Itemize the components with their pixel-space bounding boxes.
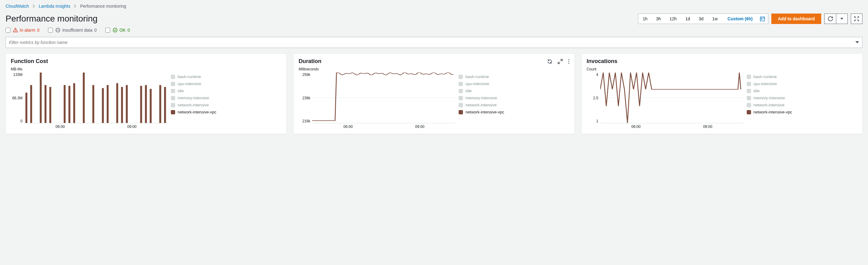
svg-rect-20	[116, 83, 118, 123]
breadcrumb: CloudWatch Lambda Insights Performance m…	[5, 4, 863, 9]
legend-swatch	[747, 75, 751, 79]
legend-item[interactable]: network-intensive	[459, 103, 569, 107]
chart-plot[interactable]: 133M66.3M0 06:0009:00	[11, 72, 168, 129]
legend-item[interactable]: bash-runtime	[747, 74, 857, 79]
legend-swatch	[171, 110, 175, 114]
legend-item[interactable]: memory-intensive	[171, 96, 281, 100]
legend-swatch	[459, 103, 463, 107]
svg-rect-21	[121, 87, 123, 123]
legend-label: network-intensive-vpc	[465, 110, 504, 114]
svg-rect-2	[761, 19, 762, 20]
legend-item[interactable]: bash-runtime	[459, 74, 569, 79]
svg-rect-25	[150, 89, 151, 123]
time-range-1d[interactable]: 1d	[681, 14, 694, 24]
legend-item[interactable]: network-intensive	[747, 103, 857, 107]
legend-item[interactable]: bash-runtime	[171, 74, 281, 79]
filter-container	[5, 37, 863, 48]
svg-rect-14	[68, 86, 70, 123]
y-axis: 42.51	[587, 72, 600, 123]
breadcrumb-section[interactable]: Lambda Insights	[39, 4, 70, 9]
ok-count: 0	[127, 28, 130, 33]
legend-label: cpu-intensive	[465, 81, 489, 86]
svg-rect-8	[26, 93, 27, 123]
legend-item[interactable]: network-intensive-vpc	[747, 110, 857, 114]
legend-swatch	[459, 75, 463, 79]
refresh-button[interactable]	[824, 13, 836, 24]
time-range-3h[interactable]: 3h	[652, 14, 665, 24]
chart-panel-duration: Duration Milliseconds 259k238k216k 06:00…	[293, 54, 575, 134]
legend-label: memory-intensive	[753, 96, 785, 100]
svg-rect-23	[140, 86, 142, 123]
legend-label: bash-runtime	[178, 74, 201, 79]
y-axis: 259k238k216k	[299, 72, 312, 123]
in-alarm-count: 0	[37, 28, 40, 33]
breadcrumb-root[interactable]: CloudWatch	[5, 4, 29, 9]
filter-dropdown-icon[interactable]	[856, 41, 859, 44]
svg-rect-18	[102, 88, 104, 123]
legend-label: memory-intensive	[178, 96, 209, 100]
chart-title: Duration	[299, 58, 321, 65]
legend-label: memory-intensive	[465, 96, 497, 100]
legend-item[interactable]: cpu-intensive	[171, 81, 281, 86]
insufficient-checkbox[interactable]	[48, 28, 53, 33]
legend-swatch	[171, 96, 175, 100]
svg-rect-13	[64, 85, 66, 123]
svg-rect-22	[126, 85, 128, 123]
time-range-3d[interactable]: 3d	[694, 14, 708, 24]
chart-title: Invocations	[587, 58, 617, 65]
legend-item[interactable]: idle	[171, 89, 281, 93]
time-range-1h[interactable]: 1h	[639, 14, 652, 24]
svg-rect-24	[145, 85, 147, 123]
svg-rect-12	[49, 87, 51, 123]
chart-menu-icon[interactable]	[568, 59, 569, 64]
chart-unit-label: Milliseconds	[299, 67, 569, 71]
ok-label: OK	[119, 28, 126, 33]
chart-panel-invocations: Invocations Count 42.51 06:0009:00 bas	[582, 54, 863, 134]
legend-item[interactable]: memory-intensive	[459, 96, 569, 100]
in-alarm-checkbox[interactable]	[5, 28, 10, 33]
calendar-icon[interactable]	[757, 14, 768, 24]
refresh-dropdown-button[interactable]	[836, 13, 848, 24]
chart-legend: bash-runtime cpu-intensive idle memory-i…	[747, 72, 857, 129]
add-to-dashboard-button[interactable]: Add to dashboard	[771, 13, 821, 24]
legend-item[interactable]: memory-intensive	[747, 96, 857, 100]
legend-item[interactable]: network-intensive	[171, 103, 281, 107]
legend-item[interactable]: idle	[747, 89, 857, 93]
legend-swatch	[459, 96, 463, 100]
svg-rect-15	[73, 83, 75, 123]
legend-item[interactable]: network-intensive-vpc	[459, 110, 569, 114]
chart-plot[interactable]: 42.51 06:0009:00	[587, 72, 744, 129]
chart-refresh-icon[interactable]	[547, 59, 552, 64]
filter-input[interactable]	[9, 40, 856, 45]
legend-swatch	[171, 82, 175, 86]
svg-point-29	[568, 61, 569, 62]
legend-label: cpu-intensive	[753, 81, 777, 86]
ok-checkbox[interactable]	[105, 28, 110, 33]
legend-swatch	[747, 82, 751, 86]
legend-item[interactable]: cpu-intensive	[459, 81, 569, 86]
time-range-custom[interactable]: Custom (6h)	[722, 14, 757, 24]
time-range-picker: 1h 3h 12h 1d 3d 1w Custom (6h)	[638, 13, 768, 24]
legend-swatch	[171, 89, 175, 93]
legend-item[interactable]: network-intensive-vpc	[171, 110, 281, 114]
fullscreen-button[interactable]	[851, 13, 863, 24]
legend-item[interactable]: idle	[459, 89, 569, 93]
x-axis: 06:0009:00	[600, 125, 744, 129]
chart-plot[interactable]: 259k238k216k 06:0009:00	[299, 72, 456, 129]
legend-label: network-intensive	[178, 103, 209, 107]
legend-item[interactable]: cpu-intensive	[747, 81, 857, 86]
chart-title: Function Cost	[11, 58, 48, 65]
svg-rect-16	[83, 72, 85, 123]
svg-rect-0	[760, 17, 765, 21]
alarm-filters: In alarm 0 Insufficient data 0 OK 0	[5, 28, 863, 33]
time-range-1w[interactable]: 1w	[708, 14, 722, 24]
insufficient-label: Insufficient data	[62, 28, 92, 33]
svg-rect-11	[44, 85, 46, 123]
in-alarm-label: In alarm	[20, 28, 35, 33]
legend-label: network-intensive	[753, 103, 784, 107]
legend-swatch	[747, 89, 751, 93]
time-range-12h[interactable]: 12h	[665, 14, 681, 24]
chart-panel-function cost: Function Cost MB-Ms 133M66.3M0 06:0009:0…	[5, 54, 286, 134]
chart-expand-icon[interactable]	[558, 59, 563, 64]
svg-rect-17	[92, 85, 94, 123]
